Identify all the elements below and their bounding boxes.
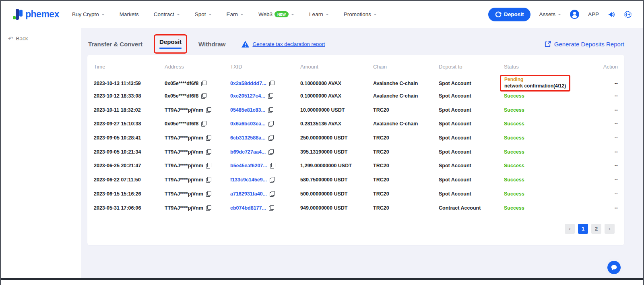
phemex-logo[interactable]: phemex (13, 9, 59, 20)
app-link[interactable]: APP (588, 11, 599, 17)
copy-icon[interactable] (268, 149, 274, 155)
main-content: Transfer & Convert Deposit Withdraw Gene… (81, 28, 643, 279)
copy-icon[interactable] (206, 191, 211, 197)
copy-icon[interactable] (201, 93, 206, 99)
cell-chain: TRC20 (373, 163, 439, 169)
nav-item-promotions[interactable]: Promotions (344, 11, 377, 17)
cell-chain: TRC20 (373, 135, 439, 141)
pagination-next-button[interactable]: › (605, 224, 615, 234)
generate-tax-report-link[interactable]: Generate tax declaration report (252, 41, 325, 47)
history-tabs: Transfer & Convert Deposit Withdraw (88, 34, 225, 54)
cell-txid: 0x2a58dddd7... (230, 81, 300, 86)
copy-icon[interactable] (270, 163, 275, 169)
table-row: 2023-06-22 07:11:50 TT9AJ****pjVnm f133c… (94, 173, 618, 187)
phemex-logo-text: phemex (25, 9, 59, 20)
live-chat-button[interactable] (607, 261, 621, 274)
chat-bubble-icon (611, 264, 617, 271)
wallet-history-toolbar: Transfer & Convert Deposit Withdraw Gene… (87, 35, 624, 53)
assets-menu[interactable]: Assets (539, 11, 561, 17)
copy-icon[interactable] (206, 205, 211, 211)
chevron-down-icon (374, 14, 377, 15)
cell-address: TT9AJ****pjVnm (165, 163, 230, 169)
deposits-report-link-group[interactable]: Generate Deposits Report (544, 41, 624, 48)
copy-icon[interactable] (268, 107, 273, 113)
cell-deposit-to: Spot Account (439, 177, 504, 183)
pagination-page-2[interactable]: 2 (591, 224, 601, 234)
cell-txid: 0x6a6bc03ea... (230, 121, 300, 127)
copy-icon[interactable] (269, 81, 275, 86)
export-report-icon (544, 41, 551, 48)
cell-amount: 580.75000000 USDT (300, 177, 373, 183)
copy-icon[interactable] (201, 121, 206, 127)
cell-time: 2023-09-05 10:28:41 (94, 135, 165, 141)
cell-deposit-to: Spot Account (439, 93, 504, 99)
table-row: 2023-10-11 18:32:02 TT9AJ****pjVnm 05485… (94, 103, 618, 117)
cell-address: 0x05e****df6f8 (165, 81, 230, 86)
copy-icon[interactable] (201, 81, 206, 86)
status-badge: Success (504, 135, 597, 141)
cell-amount: 0.10000000 AVAX (300, 81, 373, 86)
language-globe-icon[interactable] (624, 10, 632, 19)
status-badge: Success (504, 149, 597, 155)
copy-icon[interactable] (270, 191, 275, 197)
cell-status: Pending network confirmation(4/12) (504, 75, 597, 92)
cell-deposit-to: Spot Account (439, 191, 504, 197)
cell-amount: 10.00000000 USDT (300, 107, 373, 113)
tab-withdraw[interactable]: Withdraw (198, 41, 225, 48)
nav-item-learn[interactable]: Learn (309, 11, 329, 17)
status-badge: Success (504, 163, 597, 169)
cell-time: 2023-10-13 11:43:59 (94, 81, 165, 86)
pagination: ‹ 1 2 › (94, 224, 618, 234)
copy-icon[interactable] (268, 121, 274, 127)
tab-deposit[interactable]: Deposit (159, 38, 182, 49)
cell-chain: TRC20 (373, 149, 439, 155)
nav-item-earn[interactable]: Earn (227, 11, 244, 17)
cell-time: 2023-10-12 18:33:08 (94, 93, 165, 99)
main-nav: Buy Crypto Markets Contract Spot Earn We… (72, 11, 377, 17)
cell-address: TT9AJ****pjVnm (165, 107, 230, 113)
copy-icon[interactable] (206, 149, 211, 155)
cell-time: 2023-06-22 07:11:50 (94, 177, 165, 183)
cell-action: -- (597, 121, 618, 127)
cell-amount: 1,299.00000000 USDT (300, 163, 373, 169)
cell-action: -- (597, 135, 618, 141)
copy-icon[interactable] (270, 177, 275, 183)
nav-item-spot[interactable]: Spot (195, 11, 212, 17)
status-badge: Success (504, 205, 597, 211)
cell-amount: 250.00000000 USDT (300, 135, 373, 141)
column-header-time: Time (94, 64, 165, 70)
user-avatar-icon[interactable] (570, 9, 580, 19)
nav-item-contract[interactable]: Contract (154, 11, 180, 17)
pagination-page-1[interactable]: 1 (578, 224, 588, 234)
nav-item-web3[interactable]: Web3NEW (258, 11, 294, 17)
copy-icon[interactable] (206, 177, 211, 183)
deposit-refresh-icon (495, 11, 502, 18)
browser-viewport: phemex Buy Crypto Markets Contract Spot … (0, 0, 644, 285)
copy-icon[interactable] (269, 205, 274, 211)
cell-address: TT9AJ****pjVnm (165, 149, 230, 155)
generate-deposits-report-link[interactable]: Generate Deposits Report (554, 41, 624, 48)
copy-icon[interactable] (206, 163, 211, 169)
copy-icon[interactable] (206, 135, 211, 141)
back-button[interactable]: ↶ Back (8, 35, 81, 42)
nav-item-markets[interactable]: Markets (120, 11, 139, 17)
cell-action: -- (597, 191, 618, 197)
cell-chain: Avalanche C-chain (373, 81, 439, 86)
cell-amount: 0.28135136 AVAX (300, 121, 373, 127)
deposit-button[interactable]: Deposit (488, 8, 531, 21)
pagination-prev-button[interactable]: ‹ (565, 224, 575, 234)
tax-report-link-group[interactable]: Generate tax declaration report (242, 41, 325, 48)
announcement-speaker-icon[interactable] (607, 10, 615, 19)
copy-icon[interactable] (268, 93, 273, 99)
top-nav: phemex Buy Crypto Markets Contract Spot … (1, 1, 643, 28)
status-badge: Pending (504, 77, 566, 83)
cell-address: 0x05e****df6f8 (165, 93, 230, 99)
nav-item-buy-crypto[interactable]: Buy Crypto (72, 11, 105, 17)
tab-transfer-convert[interactable]: Transfer & Convert (88, 41, 142, 48)
status-badge: Success (504, 191, 597, 197)
copy-icon[interactable] (206, 107, 211, 113)
cell-action: -- (597, 149, 618, 155)
cell-amount: 500.00000000 USDT (300, 191, 373, 197)
cell-txid: b69dc727aa4... (230, 149, 300, 155)
copy-icon[interactable] (268, 135, 274, 141)
